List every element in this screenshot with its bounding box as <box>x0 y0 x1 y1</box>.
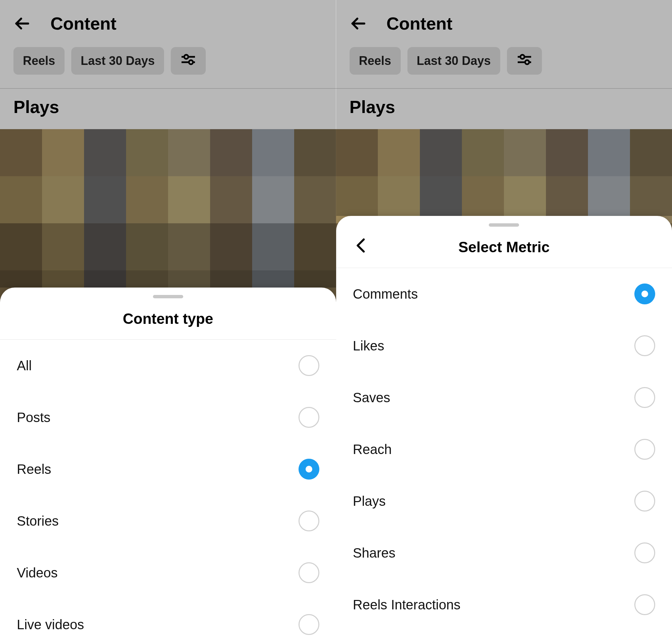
svg-point-2 <box>184 55 188 59</box>
option-row[interactable]: Live videos <box>0 599 336 642</box>
panel-left: Content Reels Last 30 Days Plays Content… <box>0 0 336 642</box>
radio-button[interactable] <box>634 335 655 356</box>
option-label: Likes <box>353 338 384 354</box>
option-row[interactable]: Reels Interactions <box>336 579 672 631</box>
sliders-icon <box>180 53 196 69</box>
chip-filter-settings[interactable] <box>171 47 206 75</box>
sheet-title: Content type <box>0 310 336 327</box>
chip-filter-settings[interactable] <box>507 47 542 75</box>
header: Content <box>336 0 672 40</box>
chip-date-range[interactable]: Last 30 Days <box>408 47 500 75</box>
section-heading: Plays <box>0 89 336 129</box>
option-label: Plays <box>353 494 386 509</box>
option-row[interactable]: Posts <box>0 391 336 443</box>
radio-button[interactable] <box>298 614 319 635</box>
option-label: Saves <box>353 390 390 405</box>
radio-button[interactable] <box>298 511 319 531</box>
radio-button[interactable] <box>634 594 655 615</box>
filter-chips: Reels Last 30 Days <box>336 40 672 88</box>
sheet-drag-handle[interactable] <box>489 223 519 227</box>
panel-right: Content Reels Last 30 Days Plays Select … <box>336 0 672 642</box>
svg-point-7 <box>520 55 525 59</box>
sliders-icon <box>516 53 532 69</box>
option-label: Reels Interactions <box>353 597 461 613</box>
radio-button[interactable] <box>298 407 319 428</box>
option-label: Comments <box>353 286 418 301</box>
options-list: CommentsLikesSavesReachPlaysSharesReels … <box>336 268 672 631</box>
option-label: All <box>17 358 31 373</box>
radio-button[interactable] <box>298 562 319 583</box>
radio-button[interactable] <box>298 459 319 479</box>
option-label: Stories <box>17 514 59 529</box>
radio-button[interactable] <box>634 542 655 563</box>
radio-button[interactable] <box>634 387 655 408</box>
radio-button[interactable] <box>634 439 655 460</box>
svg-point-9 <box>525 60 529 64</box>
radio-button[interactable] <box>298 355 319 376</box>
header: Content <box>0 0 336 40</box>
back-arrow-icon[interactable] <box>350 15 366 32</box>
option-row[interactable]: All <box>0 340 336 391</box>
option-label: Posts <box>17 410 50 425</box>
option-label: Reels <box>17 462 51 477</box>
option-row[interactable]: Videos <box>0 547 336 599</box>
option-row[interactable]: Reels <box>0 443 336 495</box>
option-row[interactable]: Shares <box>336 527 672 579</box>
sheet-select-metric: Select Metric CommentsLikesSavesReachPla… <box>336 216 672 642</box>
sheet-drag-handle[interactable] <box>153 295 183 298</box>
svg-point-4 <box>189 60 193 64</box>
option-row[interactable]: Saves <box>336 372 672 423</box>
sheet-title: Select Metric <box>336 239 672 256</box>
radio-button[interactable] <box>634 491 655 512</box>
option-label: Live videos <box>17 617 84 632</box>
option-label: Reach <box>353 442 392 457</box>
option-row[interactable]: Stories <box>0 495 336 547</box>
option-row[interactable]: Likes <box>336 320 672 372</box>
section-heading: Plays <box>336 89 672 129</box>
radio-button[interactable] <box>634 283 655 304</box>
option-row[interactable]: Reach <box>336 423 672 475</box>
page-title: Content <box>387 13 452 34</box>
option-label: Videos <box>17 565 58 580</box>
chip-content-type[interactable]: Reels <box>13 47 65 75</box>
sheet-content-type: Content type AllPostsReelsStoriesVideosL… <box>0 287 336 642</box>
back-arrow-icon[interactable] <box>13 15 30 32</box>
option-label: Shares <box>353 545 396 561</box>
sheet-back-button[interactable] <box>353 237 369 254</box>
option-row[interactable]: Plays <box>336 475 672 527</box>
filter-chips: Reels Last 30 Days <box>0 40 336 88</box>
page-title: Content <box>50 13 116 34</box>
option-row[interactable]: Comments <box>336 268 672 320</box>
chip-content-type[interactable]: Reels <box>350 47 401 75</box>
options-list: AllPostsReelsStoriesVideosLive videos <box>0 340 336 642</box>
chip-date-range[interactable]: Last 30 Days <box>71 47 164 75</box>
